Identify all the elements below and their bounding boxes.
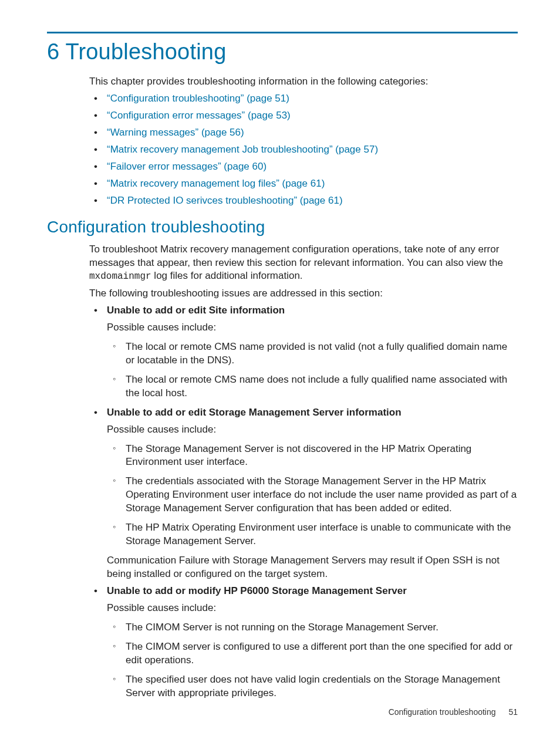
- chapter-title: 6 Troubleshooting: [47, 37, 518, 67]
- issue-title: Unable to add or modify HP P6000 Storage…: [107, 585, 407, 596]
- section-intro: To troubleshoot Matrix recovery manageme…: [89, 243, 518, 283]
- issue-block: Possible causes include: The CIMOM Serve…: [107, 602, 518, 700]
- causes-list: The Storage Management Server is not dis…: [107, 443, 518, 549]
- toc-link[interactable]: “Configuration error messages” (page 53): [107, 110, 291, 121]
- section-title: Configuration troubleshooting: [47, 216, 518, 238]
- issue-trailer: Communication Failure with Storage Manag…: [107, 554, 518, 581]
- section-intro-pre: To troubleshoot Matrix recovery manageme…: [89, 244, 503, 268]
- issue-item: Unable to add or modify HP P6000 Storage…: [89, 585, 518, 700]
- page-number: 51: [508, 707, 518, 717]
- toc-link[interactable]: “Matrix recovery management log files” (…: [107, 178, 325, 189]
- issue-title: Unable to add or edit Storage Management…: [107, 407, 402, 418]
- section-intro-post: log files for additional information.: [151, 270, 303, 281]
- footer-section-label: Configuration troubleshooting: [389, 707, 496, 717]
- toc-item: “Configuration troubleshooting” (page 51…: [89, 92, 518, 106]
- causes-label: Possible causes include:: [107, 602, 518, 615]
- toc-item: “Warning messages” (page 56): [89, 126, 518, 140]
- issue-item: Unable to add or edit Site information P…: [89, 304, 518, 400]
- issue-block: Possible causes include: The Storage Man…: [107, 423, 518, 581]
- toc-item: “DR Protected IO serivces troubleshootin…: [89, 194, 518, 208]
- toc-link[interactable]: “Matrix recovery management Job troubles…: [107, 144, 378, 155]
- chapter-body: This chapter provides troubleshooting in…: [89, 75, 518, 208]
- intro-paragraph: This chapter provides troubleshooting in…: [89, 75, 518, 89]
- toc-item: “Matrix recovery management log files” (…: [89, 177, 518, 191]
- causes-label: Possible causes include:: [107, 321, 518, 335]
- toc-link[interactable]: “Warning messages” (page 56): [107, 127, 244, 138]
- issue-item: Unable to add or edit Storage Management…: [89, 406, 518, 581]
- toc-item: “Configuration error messages” (page 53): [89, 109, 518, 123]
- causes-list: The CIMOM Server is not running on the S…: [107, 621, 518, 700]
- top-rule: [47, 32, 518, 33]
- cause-item: The specified user does not have valid l…: [107, 673, 518, 700]
- cause-item: The CIMOM Server is not running on the S…: [107, 621, 518, 634]
- cause-item: The credentials associated with the Stor…: [107, 475, 518, 515]
- causes-label: Possible causes include:: [107, 423, 518, 437]
- causes-list: The local or remote CMS name provided is…: [107, 340, 518, 400]
- code-literal: mxdomainmgr: [89, 271, 151, 282]
- cause-item: The Storage Management Server is not dis…: [107, 443, 518, 470]
- cause-item: The CIMOM server is configured to use a …: [107, 640, 518, 667]
- section-body: To troubleshoot Matrix recovery manageme…: [89, 243, 518, 700]
- issues-list: Unable to add or edit Site information P…: [89, 304, 518, 700]
- toc-link[interactable]: “DR Protected IO serivces troubleshootin…: [107, 195, 343, 206]
- section-lead: The following troubleshooting issues are…: [89, 287, 518, 301]
- cause-item: The local or remote CMS name does not in…: [107, 373, 518, 400]
- issue-title: Unable to add or edit Site information: [107, 305, 285, 316]
- page-footer: Configuration troubleshooting 51: [389, 707, 518, 718]
- toc-item: “Matrix recovery management Job troubles…: [89, 143, 518, 157]
- document-page: 6 Troubleshooting This chapter provides …: [0, 0, 560, 741]
- toc-item: “Failover error messages” (page 60): [89, 160, 518, 174]
- issue-block: Possible causes include: The local or re…: [107, 321, 518, 400]
- cause-item: The local or remote CMS name provided is…: [107, 340, 518, 367]
- cause-item: The HP Matrix Operating Environment user…: [107, 521, 518, 548]
- toc-link[interactable]: “Failover error messages” (page 60): [107, 161, 266, 172]
- toc-link[interactable]: “Configuration troubleshooting” (page 51…: [107, 93, 289, 104]
- toc-list: “Configuration troubleshooting” (page 51…: [89, 92, 518, 208]
